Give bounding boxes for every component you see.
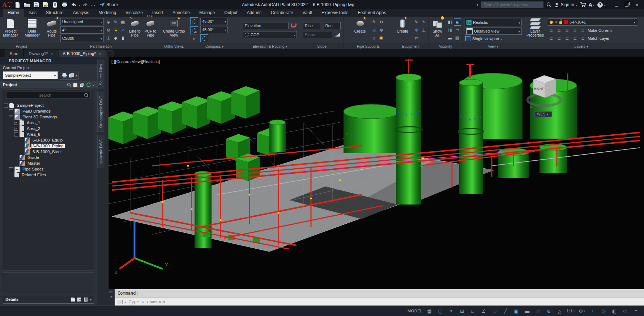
- new-file-button[interactable]: [13, 1, 22, 9]
- slope-input[interactable]: Slope: [303, 31, 332, 38]
- side-tab-isometric-dwg[interactable]: Isometric DWG: [97, 135, 105, 168]
- match-layer-icon[interactable]: ≣: [580, 36, 586, 41]
- create-pipe-support-button[interactable]: ★ Create: [352, 17, 368, 43]
- details-list-icon[interactable]: [84, 297, 88, 302]
- show-all-button[interactable]: Show All: [430, 17, 445, 43]
- isolate-objects-icon[interactable]: ◎: [598, 307, 609, 315]
- transparency-objects-icon[interactable]: ▱: [454, 27, 461, 33]
- tree-item-label[interactable]: Related Files: [21, 173, 47, 177]
- undo-button[interactable]: [69, 1, 78, 9]
- close-tab-icon[interactable]: [51, 51, 53, 56]
- open-file-button[interactable]: [22, 1, 31, 9]
- share-button[interactable]: Share: [98, 1, 119, 9]
- tree-area-6[interactable]: − Area_6: [4, 131, 93, 137]
- help-button[interactable]: ?: [597, 2, 605, 8]
- make-current-icon[interactable]: ≣: [580, 28, 586, 33]
- copy-sheets-icon[interactable]: [80, 83, 85, 87]
- snap-mode-icon[interactable]: ▢: [435, 307, 445, 315]
- tree-search-input[interactable]: [7, 93, 84, 98]
- insert-fitting-icon[interactable]: ◆: [112, 35, 119, 41]
- palette-tools-caret-icon[interactable]: [76, 73, 77, 77]
- elevation-input[interactable]: Elevation: [243, 22, 289, 29]
- hidden-lines-icon[interactable]: ▬: [447, 35, 453, 41]
- minimize-button[interactable]: [611, 0, 622, 9]
- visual-style-dropdown[interactable]: Realistic: [465, 19, 522, 26]
- palette-title-bar[interactable]: ∷∷ PROJECT MANAGER: [0, 57, 97, 64]
- stub-in-icon[interactable]: ⊥: [105, 35, 112, 41]
- side-tab-source-files[interactable]: Source Files: [97, 60, 105, 89]
- toggle-cutback-icon[interactable]: ⊘: [105, 27, 112, 33]
- pcf-to-pipe-button[interactable]: PCF PCF to Pipe: [143, 17, 158, 43]
- tree-item-label[interactable]: Area_1: [26, 121, 41, 125]
- sign-in-button[interactable]: Sign In: [554, 2, 577, 7]
- workspace-switching-icon[interactable]: ⚙: [577, 307, 587, 315]
- pipe-spec-dropdown[interactable]: CS300: [60, 35, 104, 42]
- command-grip[interactable]: ∷∷∷∷ ×: [108, 289, 115, 306]
- save-as-button[interactable]: [41, 1, 50, 9]
- create-equipment-button[interactable]: ★ Create: [394, 17, 411, 43]
- application-menu-button[interactable]: A P3D: [1, 1, 12, 9]
- annotation-scale-label[interactable]: 1:1: [566, 307, 576, 315]
- plot-button[interactable]: [60, 1, 69, 9]
- customize-icon[interactable]: ≡: [631, 307, 641, 315]
- tab-collaborate[interactable]: Collaborate: [266, 9, 298, 17]
- current-project-dropdown[interactable]: SampleProject: [3, 71, 58, 79]
- redo-button[interactable]: [81, 1, 90, 9]
- graphics-performance-icon[interactable]: ◧: [609, 307, 619, 315]
- refresh-icon[interactable]: [86, 82, 91, 87]
- convert-equipment-icon[interactable]: ⇄: [413, 35, 420, 41]
- layer-off-icon[interactable]: ≣: [548, 28, 554, 33]
- tree-item-label[interactable]: Grade: [26, 155, 40, 160]
- dynamic-input-icon[interactable]: ⊞: [457, 307, 467, 315]
- tree-plant3d-drawings[interactable]: − Plant 3D Drawings: [4, 114, 93, 120]
- close-button[interactable]: ×: [632, 0, 642, 9]
- edit-equipment-icon[interactable]: ✎: [413, 19, 420, 25]
- new-drawing-tab-button[interactable]: +: [106, 50, 114, 57]
- tree-search-box[interactable]: [6, 92, 91, 99]
- project-options-caret-icon[interactable]: [93, 83, 94, 87]
- ribbon-options-button[interactable]: ⋯: [327, 10, 340, 14]
- side-tab-orthographic-dwg[interactable]: Orthographic DWG: [97, 92, 105, 132]
- line-number-dropdown[interactable]: Unassigned: [60, 18, 104, 25]
- undo-caret-icon[interactable]: [79, 3, 80, 7]
- open-from-web-button[interactable]: [51, 1, 59, 9]
- layer-freeze-icon[interactable]: ≣: [564, 28, 570, 33]
- copy-drawing-icon[interactable]: [69, 73, 74, 78]
- validate-icon[interactable]: ✓: [120, 27, 126, 33]
- project-manager-button[interactable]: Project Manager: [1, 17, 20, 43]
- tree-item-label[interactable]: SampleProject: [16, 103, 45, 108]
- ortho-mode-icon[interactable]: ∟: [468, 307, 478, 315]
- transparency-icon[interactable]: ▱: [533, 307, 543, 315]
- tree-item-label[interactable]: 6-B-1000_Equip: [31, 138, 64, 142]
- weld-display-icon[interactable]: ▥: [454, 35, 461, 41]
- tab-manage[interactable]: Manage: [195, 9, 219, 17]
- tab-structure[interactable]: Structure: [41, 9, 68, 17]
- tower-1[interactable]: [395, 74, 422, 205]
- pipe-ends-icon[interactable]: ▮: [120, 35, 126, 41]
- tab-isos[interactable]: Isos: [24, 9, 41, 17]
- layer-turn-on-icon[interactable]: ≣: [548, 36, 554, 41]
- clean-screen-icon[interactable]: ▭: [620, 307, 630, 315]
- tick-marks-icon[interactable]: ✳: [190, 35, 197, 43]
- routing-plane-dropdown[interactable]: COP: [243, 31, 297, 38]
- tower-2[interactable]: [458, 79, 483, 194]
- small-vessel[interactable]: [269, 120, 286, 152]
- edit-support-icon[interactable]: ✎: [371, 19, 378, 25]
- tree-item-label[interactable]: Master: [26, 161, 41, 165]
- dome-tank[interactable]: [344, 104, 400, 153]
- tree-item-label[interactable]: Area_6: [26, 132, 41, 136]
- compass-display-toggle[interactable]: [200, 34, 208, 42]
- assign-tag-icon[interactable]: ◈: [105, 19, 112, 25]
- add-elbow-icon[interactable]: ↳: [112, 27, 119, 33]
- isometric-drafting-icon[interactable]: ◇: [490, 307, 500, 315]
- layer-properties-button[interactable]: Layer Properties: [525, 17, 545, 43]
- quick-access-menu-caret-icon[interactable]: [94, 3, 95, 7]
- tree-expander[interactable]: +: [9, 109, 13, 113]
- help-search-input[interactable]: [482, 3, 543, 7]
- model-viewport[interactable]: [-][Custom View][Realistic]: [108, 57, 644, 289]
- named-view-dropdown[interactable]: Unsaved View: [465, 28, 522, 35]
- layer-lock-icon[interactable]: ≣: [572, 28, 578, 33]
- tree-expander[interactable]: +: [14, 127, 18, 131]
- app-store-cart-icon[interactable]: [580, 2, 586, 7]
- line-to-pipe-button[interactable]: ↘ Line to Pipe: [128, 17, 142, 43]
